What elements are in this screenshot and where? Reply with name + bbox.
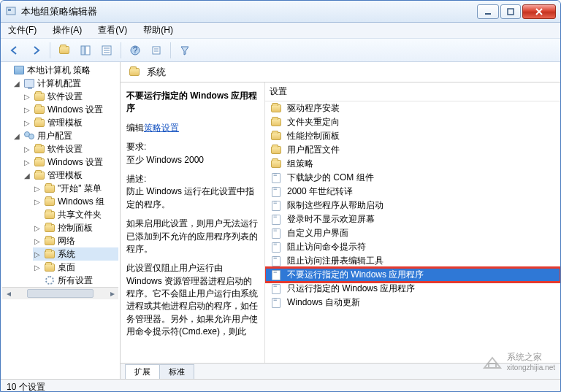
status-text: 10 个设置 [7,381,45,392]
svg-rect-11 [153,47,160,54]
list-item-selected[interactable]: 不要运行指定的 Windows 应用程序 [265,268,560,282]
expand-icon[interactable]: ▷ [33,237,42,245]
expand-icon[interactable]: ▷ [33,263,42,272]
list-item-label: 下载缺少的 COM 组件 [287,172,374,184]
menu-view[interactable]: 查看(V) [95,23,130,38]
page-icon [270,255,282,267]
expand-icon[interactable]: ▷ [33,197,42,206]
collapse-icon[interactable]: ◢ [23,171,31,180]
list-item-label: 用户配置文件 [287,144,340,156]
list-item[interactable]: 性能控制面板 [265,129,560,143]
tree-computer-config[interactable]: 计算机配置 [37,77,81,90]
list-item[interactable]: 登录时不显示欢迎屏幕 [265,212,560,226]
list-item[interactable]: 文件夹重定向 [265,115,560,129]
computer-icon [23,77,35,89]
edit-label: 编辑 [126,123,144,133]
settings-list[interactable]: 设置 驱动程序安装文件夹重定向性能控制面板用户配置文件组策略下载缺少的 COM … [265,82,560,363]
scroll-right-icon[interactable]: ▸ [106,288,118,300]
back-button[interactable] [5,41,24,60]
requirement-label: 要求: [126,142,146,152]
description-text: 防止 Windows 运行在此设置中指定的程序。 [126,186,254,209]
expand-icon[interactable]: ▷ [33,184,42,193]
page-icon [270,297,282,309]
scroll-left-icon[interactable]: ◂ [2,288,15,300]
menu-action[interactable]: 操作(A) [50,23,85,38]
list-item-label: 阻止访问命令提示符 [287,241,366,253]
expand-icon[interactable]: ▷ [23,158,31,166]
filter-button[interactable] [175,41,194,60]
tree-item[interactable]: 软件设置 [47,143,83,155]
list-item[interactable]: 限制这些程序从帮助启动 [265,199,560,212]
list-item[interactable]: 用户配置文件 [265,143,560,157]
list-item[interactable]: 阻止访问注册表编辑工具 [265,254,560,268]
tree-item[interactable]: 软件设置 [47,91,83,103]
folder-icon [44,235,56,247]
show-hide-tree-button[interactable] [76,41,95,60]
tab-standard[interactable]: 标准 [159,364,194,379]
folder-icon [44,209,56,220]
tree-item[interactable]: 桌面 [58,261,75,274]
close-button[interactable] [522,4,556,19]
tree-user-config[interactable]: 用户配置 [37,130,72,142]
minimize-button[interactable] [477,4,499,19]
list-item[interactable]: 只运行指定的 Windows 应用程序 [265,282,560,296]
tree-item-system[interactable]: 系统 [58,248,75,261]
tree-root[interactable]: 本地计算机 策略 [27,64,91,77]
svg-rect-1 [8,9,11,11]
folder-icon [44,248,56,260]
menu-help[interactable]: 帮助(H) [140,23,176,38]
tree-item[interactable]: 管理模板 [47,117,83,129]
status-bar: 10 个设置 [1,379,560,392]
tree-item[interactable]: Windows 设置 [47,156,103,169]
list-item[interactable]: 驱动程序安装 [265,101,560,115]
tree-item[interactable]: "开始" 菜单 [58,182,102,195]
column-header[interactable]: 设置 [265,82,560,101]
tree-pane[interactable]: 本地计算机 策略 ◢计算机配置 ▷软件设置 ▷Windows 设置 ▷管理模板 … [1,62,121,379]
folder-icon [34,156,45,168]
forward-button[interactable] [26,41,45,60]
right-header: 系统 [121,62,560,82]
tree-item[interactable]: 控制面板 [58,222,93,234]
list-item[interactable]: Windows 自动更新 [265,296,560,310]
details-pane: 不要运行指定的 Windows 应用程序 编辑策略设置 要求:至少 Window… [121,82,265,363]
properties-button[interactable] [147,41,166,60]
collapse-icon[interactable]: ◢ [12,131,21,140]
up-button[interactable] [55,41,74,60]
maximize-button[interactable] [500,4,521,19]
app-icon [5,6,17,18]
menu-file[interactable]: 文件(F) [5,23,39,38]
expand-icon[interactable]: ▷ [33,250,42,258]
svg-rect-7 [85,46,90,55]
expand-icon[interactable]: ▷ [23,92,31,101]
tree-item[interactable]: 网络 [58,235,75,247]
tree-item[interactable]: Windows 组 [58,196,104,208]
tree-admin-templates[interactable]: 管理模板 [47,169,83,182]
page-icon [270,228,282,239]
description-label: 描述: [126,174,146,184]
book-icon [13,64,25,76]
tree-scrollbar[interactable]: ◂ ▸ [2,287,118,299]
expand-icon[interactable]: ▷ [33,223,42,232]
collapse-icon[interactable]: ◢ [12,79,21,88]
list-item-label: 登录时不显示欢迎屏幕 [287,213,375,226]
tree-item[interactable]: 共享文件夹 [58,209,102,221]
list-item[interactable]: 2000 年世纪转译 [265,185,560,199]
list-item[interactable]: 自定义用户界面 [265,226,560,240]
expand-icon[interactable]: ▷ [23,145,31,153]
tab-extended[interactable]: 扩展 [125,364,160,379]
svg-rect-6 [81,46,85,55]
list-item-label: 限制这些程序从帮助启动 [287,199,383,212]
expand-icon[interactable]: ▷ [23,118,31,127]
list-item[interactable]: 阻止访问命令提示符 [265,240,560,254]
help-button[interactable]: ? [126,41,145,60]
tree-item[interactable]: 所有设置 [58,274,93,287]
expand-icon[interactable] [2,66,11,74]
list-item[interactable]: 组策略 [265,157,560,171]
expand-icon[interactable]: ▷ [23,105,31,114]
edit-policy-link[interactable]: 策略设置 [144,123,179,133]
tree-item[interactable]: Windows 设置 [47,104,103,116]
requirement-value: 至少 Windows 2000 [126,155,204,165]
export-button[interactable] [97,41,116,60]
list-item[interactable]: 下载缺少的 COM 组件 [265,171,560,185]
description-text: 如果启用此设置，则用户无法运行已添加到不允许的应用程序列表的程序。 [126,218,259,255]
